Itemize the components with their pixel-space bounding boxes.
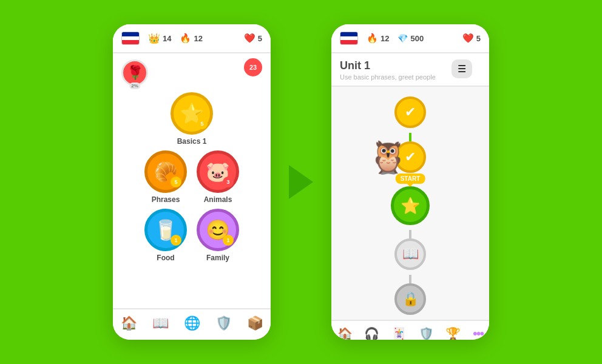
- path-node-locked: 🔒: [394, 283, 426, 315]
- unit-header-inner: Unit 1 Use basic phrases, greet people ☰: [340, 59, 481, 81]
- crown-icon: 👑: [148, 33, 160, 44]
- heart-icon-2: ❤️: [462, 33, 474, 44]
- flag-blue-2: [340, 32, 357, 36]
- arrow-container: [289, 165, 313, 199]
- lesson-animals-wrap: 🐷 3 Animals: [197, 150, 239, 204]
- path-row-start: START ⭐: [391, 186, 430, 225]
- gem-count-2: 500: [410, 34, 424, 43]
- lesson-family-wrap: 😊 1 Family: [197, 209, 239, 262]
- lesson-food-node[interactable]: 🥛 1: [144, 209, 187, 251]
- path-line-3: [409, 230, 411, 238]
- notes-button[interactable]: ☰: [451, 59, 472, 78]
- row-phrases-animals: 🥐 5 Phrases 🐷 3 Animals: [144, 150, 239, 204]
- lesson-basics1-node[interactable]: ⭐ 5: [171, 92, 213, 135]
- crown-count: 14: [163, 34, 171, 43]
- avatar-area: 🌹 2% 23: [113, 53, 271, 86]
- french-flag-2: [340, 32, 358, 45]
- unit-title: Unit 1: [340, 59, 436, 72]
- phone-lesson-detail: 🔥 12 💎 500 ❤️ 5 Unit 1 Use basic phrases…: [331, 24, 489, 340]
- gem-status-2: 💎 500: [397, 33, 424, 43]
- fire-icon-2: 🔥: [367, 33, 378, 44]
- fire-count-2: 12: [380, 34, 389, 43]
- flag-red: [122, 40, 139, 44]
- book-icon: 📖: [402, 246, 419, 262]
- lesson-phrases-wrap: 🥐 5 Phrases: [144, 150, 187, 204]
- notes-icon: ☰: [458, 64, 466, 74]
- nav2-home-icon[interactable]: 🏠: [337, 326, 353, 340]
- basics1-label: Basics 1: [177, 137, 207, 146]
- nav-book-icon[interactable]: 📖: [152, 315, 169, 331]
- animals-label: Animals: [204, 195, 232, 204]
- path-node-completed-1[interactable]: ✔: [394, 96, 426, 128]
- nav-shield-icon[interactable]: 🛡️: [215, 315, 232, 331]
- lesson-family-node[interactable]: 😊 1: [197, 209, 239, 251]
- main-container: 👑 14 🔥 12 ❤️ 5 🌹 2% 23: [0, 0, 602, 364]
- path-row-4: 📖: [394, 238, 426, 270]
- phrases-label: Phrases: [152, 195, 180, 204]
- start-label: START: [396, 174, 425, 184]
- crown-status: 👑 14: [148, 33, 171, 44]
- heart-badge: 23: [244, 58, 262, 76]
- nav2-trophy-icon[interactable]: 🏆: [445, 326, 461, 340]
- unit-subtitle: Use basic phrases, greet people: [340, 73, 436, 81]
- lesson-path: ✔ ✔ 🦉 START ⭐: [331, 96, 489, 320]
- nav-home-icon[interactable]: 🏠: [121, 315, 137, 331]
- lock-icon: 🔒: [402, 291, 419, 307]
- phone2-content: ✔ ✔ 🦉 START ⭐: [331, 87, 489, 320]
- path-row-1: ✔: [394, 96, 426, 128]
- heart-status: ❤️ 5: [244, 33, 262, 44]
- flag-blue: [122, 32, 139, 36]
- fire-count: 12: [194, 34, 202, 43]
- start-node[interactable]: START ⭐: [391, 186, 430, 225]
- star-icon: ⭐: [401, 197, 420, 215]
- food-badge: 1: [171, 235, 181, 246]
- nav2-more-icon[interactable]: •••: [473, 326, 483, 340]
- basics1-badge: 5: [197, 118, 208, 129]
- path-line-1: [409, 133, 411, 141]
- flag-red-2: [340, 40, 357, 44]
- flag-white-2: [340, 36, 357, 41]
- avatar-percent: 2%: [129, 83, 140, 89]
- bottom-nav-2: 🏠 🎧 🃏 🛡️ 🏆 •••: [331, 320, 489, 340]
- nav-globe-icon[interactable]: 🌐: [184, 315, 200, 331]
- path-line-4: [409, 275, 411, 283]
- lessons-area: ⭐ 5 Basics 1 🥐 5 Phrases: [113, 86, 271, 268]
- unit-info: Unit 1 Use basic phrases, greet people: [340, 59, 436, 81]
- row-food-family: 🥛 1 Food 😊 1 Family: [144, 209, 239, 262]
- lesson-phrases-node[interactable]: 🥐 5: [144, 150, 187, 193]
- family-label: Family: [206, 254, 229, 262]
- path-row-2: ✔ 🦉: [394, 141, 426, 173]
- duolingo-owl: 🦉: [368, 141, 408, 173]
- bottom-nav-1: 🏠 📖 🌐 🛡️ 📦: [113, 308, 271, 340]
- path-node-book[interactable]: 📖: [394, 238, 426, 270]
- lesson-food-wrap: 🥛 1 Food: [144, 209, 187, 262]
- heart-icon: ❤️: [244, 33, 255, 44]
- family-badge: 1: [223, 235, 234, 246]
- heart-count: 5: [258, 34, 262, 43]
- fire-status: 🔥 12: [180, 33, 202, 44]
- nav2-headphones-icon[interactable]: 🎧: [364, 326, 379, 340]
- nav-box-icon[interactable]: 📦: [247, 315, 263, 331]
- lesson-basics1-wrap: ⭐ 5 Basics 1: [171, 92, 213, 146]
- lesson-animals-node[interactable]: 🐷 3: [197, 150, 239, 193]
- food-label: Food: [157, 254, 174, 262]
- check-icon-1: ✔: [405, 104, 416, 120]
- unit-header: Unit 1 Use basic phrases, greet people ☰: [331, 53, 489, 87]
- avatar[interactable]: 🌹 2%: [121, 59, 148, 86]
- phrases-badge: 5: [171, 177, 181, 187]
- animals-badge: 3: [223, 177, 234, 187]
- phone1-content: 🌹 2% 23 ⭐ 5 Basics 1: [113, 53, 271, 308]
- flag-white: [122, 36, 139, 41]
- gem-icon-2: 💎: [397, 33, 408, 43]
- status-bar-2: 🔥 12 💎 500 ❤️ 5: [331, 24, 489, 53]
- fire-icon: 🔥: [180, 33, 191, 44]
- nav2-cards-icon[interactable]: 🃏: [391, 326, 407, 340]
- avatar-emoji: 🌹: [127, 65, 143, 81]
- french-flag: [121, 32, 140, 45]
- phone-course-map: 👑 14 🔥 12 ❤️ 5 🌹 2% 23: [113, 24, 271, 340]
- heart-count-2: 5: [476, 34, 481, 43]
- fire-status-2: 🔥 12: [367, 33, 389, 44]
- forward-arrow-icon: [289, 165, 313, 199]
- status-bar-1: 👑 14 🔥 12 ❤️ 5: [113, 24, 271, 53]
- nav2-shield-icon[interactable]: 🛡️: [419, 326, 434, 340]
